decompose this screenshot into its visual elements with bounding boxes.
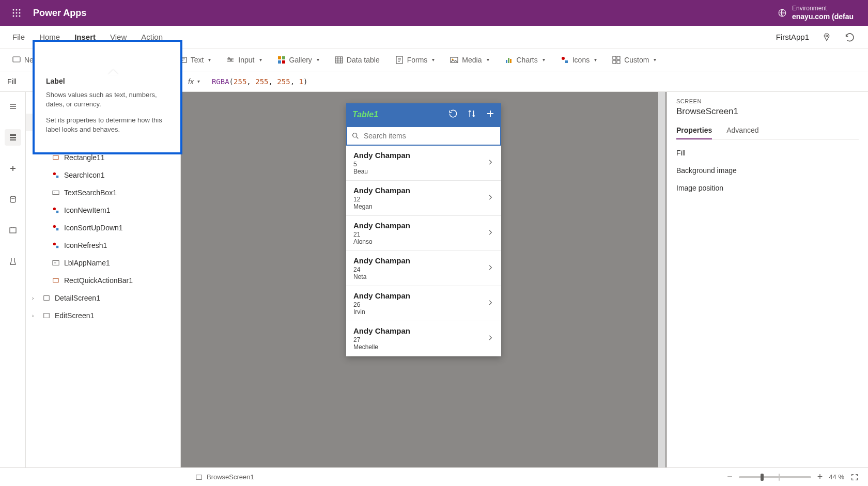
svg-rect-21: [335, 57, 343, 63]
environment-button[interactable]: Environment enayu.com (defau: [778, 5, 854, 21]
ribbon-gallery-label: Gallery: [289, 56, 312, 64]
tree-item-iconnewitem1[interactable]: IconNewItem1: [26, 201, 180, 219]
tooltip-title: Label: [46, 77, 169, 85]
add-icon[interactable]: [486, 109, 495, 121]
ribbon-gallery[interactable]: Gallery▾: [277, 56, 319, 64]
properties-panel: SCREEN BrowseScreen1 Properties Advanced…: [667, 92, 868, 467]
tree-item-label: TextSearchBox1: [64, 189, 117, 197]
callout-caret: [108, 70, 118, 75]
ribbon-charts[interactable]: Charts▾: [505, 56, 545, 64]
svg-rect-46: [53, 156, 59, 160]
svg-rect-57: [53, 279, 59, 283]
ribbon-icons[interactable]: Icons▾: [561, 56, 597, 64]
chevron-right-icon[interactable]: [487, 263, 494, 274]
svg-rect-34: [10, 134, 16, 136]
tree-item-label: RectQuickActionBar1: [64, 276, 133, 285]
list-item-num: 5: [353, 161, 487, 168]
ribbon-input-label: Input: [238, 56, 254, 64]
expand-icon[interactable]: ›: [32, 313, 38, 319]
tooltip-line1: Shows values such as text, numbers, date…: [46, 90, 169, 108]
tree-item-textsearchbox1[interactable]: TextSearchBox1: [26, 184, 180, 201]
svg-point-50: [53, 208, 56, 210]
expand-icon[interactable]: ›: [32, 295, 38, 301]
rail-data-icon[interactable]: [5, 191, 21, 208]
tree-item-searchicon1[interactable]: SearchIcon1: [26, 166, 180, 184]
formula-fn: RGBA: [212, 77, 229, 86]
breadcrumb[interactable]: BrowseScreen1: [207, 473, 254, 481]
ribbon-custom[interactable]: Custom▾: [612, 56, 656, 64]
list-item[interactable]: Andy Champan 26 Irvin: [346, 286, 501, 321]
svg-rect-48: [56, 176, 58, 178]
ribbon-input[interactable]: Input▾: [226, 56, 261, 64]
properties-category: SCREEN: [676, 98, 859, 104]
rail-hamburger-icon[interactable]: [5, 98, 21, 115]
chevron-right-icon[interactable]: [487, 298, 494, 309]
prop-field-image-position[interactable]: Image position: [676, 184, 859, 192]
app-name-label[interactable]: FirstApp1: [776, 33, 809, 41]
app-checker-icon[interactable]: [822, 32, 832, 42]
app-preview[interactable]: Table1 Andy Champan 5 Beau Andy Champan …: [346, 103, 501, 356]
left-rail: [0, 92, 26, 467]
table-icon: [335, 56, 343, 64]
list-item[interactable]: Andy Champan 24 Neta: [346, 251, 501, 286]
list-item[interactable]: Andy Champan 27 Mechelle: [346, 321, 501, 356]
canvas-area[interactable]: Table1 Andy Champan 5 Beau Andy Champan …: [181, 92, 667, 467]
list-item[interactable]: Andy Champan 21 Alonso: [346, 216, 501, 251]
ribbon-data-table[interactable]: Data table: [335, 56, 380, 64]
zoom-value: 44: [829, 473, 836, 481]
slider-thumb[interactable]: [761, 474, 764, 481]
canvas-scrollbar[interactable]: [658, 92, 665, 467]
svg-point-8: [19, 15, 21, 17]
tree-item-iconrefresh1[interactable]: IconRefresh1: [26, 237, 180, 254]
prop-field-fill[interactable]: Fill: [676, 149, 859, 157]
list-item-sub: Alonso: [353, 238, 487, 245]
zoom-in-icon[interactable]: +: [817, 472, 823, 482]
zoom-slider[interactable]: [739, 476, 811, 478]
tree-item-lblappname1[interactable]: LblAppName1: [26, 254, 180, 272]
list-item[interactable]: Andy Champan 12 Megan: [346, 181, 501, 216]
fullscreen-icon[interactable]: [850, 473, 859, 481]
rail-insert-icon[interactable]: [5, 160, 21, 177]
chevron-right-icon[interactable]: [487, 228, 494, 239]
formula-input[interactable]: RGBA(255, 255, 255, 1): [207, 77, 308, 86]
ribbon-text-label: Text: [191, 56, 204, 64]
properties-title: BrowseScreen1: [676, 106, 859, 117]
search-input[interactable]: [364, 132, 496, 140]
chevron-right-icon[interactable]: [487, 158, 494, 168]
menu-file[interactable]: File: [12, 33, 25, 41]
prop-field-background-image[interactable]: Background image: [676, 166, 859, 175]
app-launcher-icon[interactable]: [4, 1, 29, 25]
sort-icon[interactable]: [467, 109, 476, 121]
undo-icon[interactable]: [844, 32, 856, 43]
svg-rect-25: [506, 60, 507, 63]
rail-tree-icon[interactable]: [5, 129, 21, 146]
refresh-icon[interactable]: [448, 109, 458, 121]
ribbon-media[interactable]: Media▾: [450, 56, 489, 64]
tree-item-editscreen1[interactable]: › EditScreen1: [26, 307, 180, 324]
zoom-out-icon[interactable]: −: [727, 472, 733, 482]
tree-item-detailscreen1[interactable]: › DetailScreen1: [26, 289, 180, 307]
ribbon-icons-label: Icons: [572, 56, 590, 64]
fx-button[interactable]: fx▾: [181, 77, 207, 86]
property-name: Fill: [7, 77, 17, 86]
chevron-right-icon[interactable]: [487, 333, 494, 344]
ribbon-custom-label: Custom: [624, 56, 649, 64]
charts-icon: [505, 56, 513, 64]
ribbon-text[interactable]: Text▾: [179, 56, 211, 64]
ribbon-data-table-label: Data table: [347, 56, 380, 64]
tree-item-rectquickactionbar1[interactable]: RectQuickActionBar1: [26, 272, 180, 289]
rail-tools-icon[interactable]: [5, 253, 21, 270]
ribbon-forms[interactable]: Forms▾: [395, 56, 435, 64]
svg-point-7: [16, 15, 18, 17]
svg-rect-29: [565, 60, 568, 63]
rail-media-icon[interactable]: [5, 222, 21, 239]
list-item-name: Andy Champan: [353, 221, 487, 230]
tree-item-iconsortupdown1[interactable]: IconSortUpDown1: [26, 219, 180, 237]
chevron-right-icon[interactable]: [487, 193, 494, 203]
tab-properties[interactable]: Properties: [676, 126, 712, 139]
list-item[interactable]: Andy Champan 5 Beau: [346, 146, 501, 181]
preview-search[interactable]: [346, 126, 501, 146]
tab-advanced[interactable]: Advanced: [726, 126, 758, 139]
svg-rect-30: [613, 56, 616, 59]
media-icon: [450, 56, 458, 64]
